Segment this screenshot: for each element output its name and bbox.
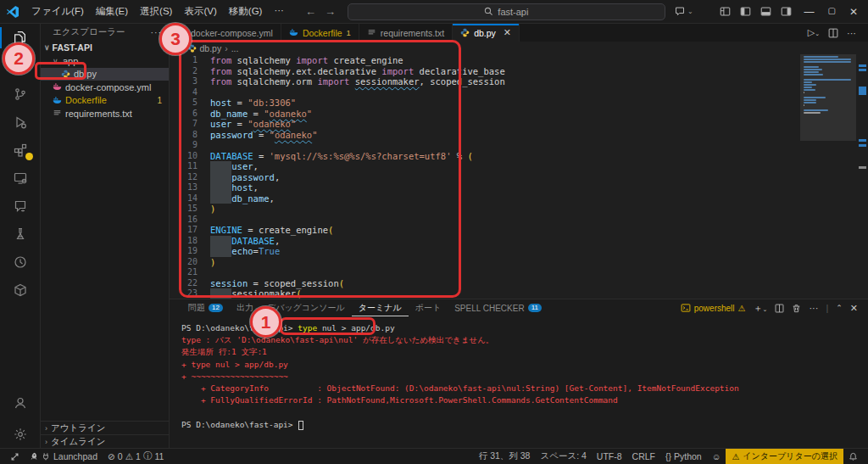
code-line-10: 10DATABASE = 'mysql://%s:%s@%s/%s?charse… xyxy=(170,151,800,162)
panel-badge: 12 xyxy=(209,304,223,312)
code-line-15: 15) xyxy=(170,204,800,215)
editor-more-actions[interactable]: ··· xyxy=(847,28,856,38)
customize-layout-icon[interactable] xyxy=(720,6,731,17)
line-number: 9 xyxy=(170,140,210,151)
panel-tab-ポート[interactable]: ポート xyxy=(409,299,448,316)
activity-account[interactable] xyxy=(0,389,41,416)
line-number: 12 xyxy=(170,172,210,183)
tab-db.py[interactable]: db.py✕ xyxy=(453,24,520,42)
line-number: 23 xyxy=(170,288,210,299)
activity-source-control[interactable] xyxy=(0,80,41,108)
panel-tab-ターミナル[interactable]: ターミナル xyxy=(352,299,409,316)
tab-dockerfile[interactable]: Dockerfile1 xyxy=(281,24,359,42)
annotation-circle-2: 2 xyxy=(3,42,35,75)
tree-item-dockerfile[interactable]: Dockerfile1 xyxy=(41,94,169,108)
terminal-instance-label[interactable]: powershell ⚠ xyxy=(681,303,746,313)
activity-remote-explorer[interactable] xyxy=(0,164,41,192)
menu-bar: ファイル(F)編集(E)選択(S)表示(V)移動(G)··· xyxy=(25,3,290,20)
menu-v[interactable]: 表示(V) xyxy=(178,3,222,20)
search-value: fast-api xyxy=(498,7,528,17)
line-number: 10 xyxy=(170,151,210,162)
testing-icon xyxy=(14,227,27,241)
tab-requirements.txt[interactable]: requirements.txt xyxy=(359,24,453,42)
status-crlf[interactable]: CRLF xyxy=(627,449,660,464)
panel-tab-spell-checker[interactable]: SPELL CHECKER11 xyxy=(448,299,548,316)
minimize-button[interactable]: — xyxy=(804,6,814,18)
tree-item-app[interactable]: ∨app xyxy=(41,54,169,68)
tree-item-requirements.txt[interactable]: requirements.txt xyxy=(41,107,169,120)
info-icon: ⓘ xyxy=(143,450,153,462)
launchpad-status[interactable]: Launchpad xyxy=(25,449,103,464)
dockerfile-icon xyxy=(53,96,62,105)
split-terminal-icon[interactable] xyxy=(775,304,784,313)
section-タイムライン[interactable]: ›タイムライン xyxy=(41,434,169,448)
section-アウトライン[interactable]: ›アウトライン xyxy=(41,421,169,434)
plug-icon xyxy=(42,452,50,461)
menu-s[interactable]: 選択(S) xyxy=(134,3,178,20)
notifications-bell-icon[interactable] xyxy=(843,449,863,464)
toggle-panel-icon[interactable] xyxy=(760,6,771,17)
line-number: 5 xyxy=(170,98,210,109)
minimap[interactable] xyxy=(804,56,856,115)
maximize-panel-icon[interactable]: ⌃ xyxy=(836,304,843,312)
panel-more-actions[interactable]: ··· xyxy=(809,303,818,313)
code-line-20: 20) xyxy=(170,257,800,268)
line-number: 19 xyxy=(170,246,210,257)
remote-indicator[interactable] xyxy=(5,449,25,464)
errors-icon: ⊘ xyxy=(108,451,115,461)
toggle-secondary-sidebar-icon[interactable] xyxy=(781,6,792,17)
status-4[interactable]: スペース: 4 xyxy=(535,449,591,464)
line-number: 15 xyxy=(170,204,210,215)
menu-g[interactable]: 移動(G) xyxy=(223,3,269,20)
nav-forward-icon[interactable]: → xyxy=(325,5,336,18)
kill-terminal-icon[interactable] xyxy=(792,304,801,313)
file-label: db.py xyxy=(74,69,97,79)
remote-explorer-icon xyxy=(14,171,27,185)
terminal-output[interactable]: PS D:\odaneko\fast-api> type nul > app/d… xyxy=(170,316,868,448)
feedback-smiley-icon[interactable]: ☺ xyxy=(707,449,726,464)
toggle-sidebar-icon[interactable] xyxy=(740,6,751,17)
line-number: 20 xyxy=(170,257,210,268)
breadcrumb-symbol: ... xyxy=(231,43,239,53)
activity-testing[interactable] xyxy=(0,220,41,248)
status-3138[interactable]: 行 31、列 38 xyxy=(474,449,536,464)
tree-item-db.py[interactable]: db.py xyxy=(41,68,169,81)
copilot-chat-button[interactable]: ⌄ xyxy=(674,6,693,17)
status-utf8[interactable]: UTF-8 xyxy=(592,449,627,464)
menu-f[interactable]: ファイル(F) xyxy=(25,3,90,20)
activity-extensions[interactable] xyxy=(0,136,41,164)
nav-back-icon[interactable]: ← xyxy=(305,5,316,18)
close-tab-icon[interactable]: ✕ xyxy=(504,27,511,38)
terminal-cursor xyxy=(298,421,303,430)
code-line-22: 22session = scoped_session( xyxy=(170,278,800,289)
activity-chat[interactable] xyxy=(0,192,41,220)
tab-bar: docker-compose.ymlDockerfile1requirement… xyxy=(170,24,868,42)
file-label: Dockerfile xyxy=(65,95,107,105)
split-editor-icon[interactable] xyxy=(828,28,838,38)
menu-[interactable]: ··· xyxy=(268,3,290,20)
new-terminal-button[interactable]: ＋⌄ xyxy=(754,302,768,315)
activity-settings[interactable] xyxy=(0,420,41,448)
chat-bubble-icon xyxy=(674,6,686,17)
menu-e[interactable]: 編集(E) xyxy=(90,3,134,20)
close-button[interactable]: ✕ xyxy=(849,6,858,18)
command-center-search[interactable]: fast-api xyxy=(348,3,665,20)
problems-status[interactable]: ⊘0 ⚠1 ⓘ11 xyxy=(103,449,169,464)
line-number: 11 xyxy=(170,161,210,172)
maximize-button[interactable]: ▢ xyxy=(827,6,835,18)
breadcrumb[interactable]: › db.py › ... xyxy=(170,42,868,54)
file-tree: ∨appdb.pydocker-compose.ymlDockerfile1re… xyxy=(41,54,169,120)
activity-run-debug[interactable] xyxy=(0,108,41,136)
close-panel-icon[interactable]: ✕ xyxy=(850,303,858,314)
line-number: 14 xyxy=(170,193,210,204)
panel-tab-問題[interactable]: 問題12 xyxy=(181,299,230,316)
tree-item-docker-compose.yml[interactable]: docker-compose.yml xyxy=(41,81,169,94)
code-editor[interactable]: 1from sqlalchemy import create_engine2fr… xyxy=(170,54,868,299)
activity-clock[interactable] xyxy=(0,248,41,276)
run-python-file-button[interactable]: ▷⌄ xyxy=(808,27,820,38)
tab-label: requirements.txt xyxy=(381,28,444,38)
tree-root-fast-api[interactable]: ∨ FAST-API xyxy=(41,41,169,54)
select-interpreter-warning[interactable]: ⚠インタープリターの選択 xyxy=(726,449,843,464)
activity-docker[interactable] xyxy=(0,276,41,304)
status-python[interactable]: {} Python xyxy=(660,449,707,464)
